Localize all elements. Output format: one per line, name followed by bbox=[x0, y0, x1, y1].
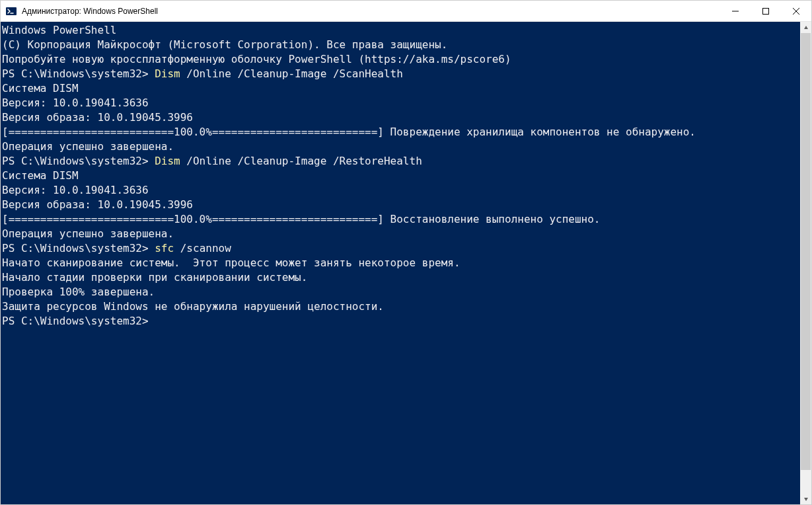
close-button[interactable] bbox=[781, 1, 811, 21]
output-line: Начало стадии проверки при сканировании … bbox=[2, 270, 799, 285]
prompt-line: PS C:\Windows\system32> sfc /scannow bbox=[2, 241, 799, 256]
prompt-line: PS C:\Windows\system32> Dism /Online /Cl… bbox=[2, 154, 799, 169]
output-line: Cистема DISM bbox=[2, 169, 799, 183]
titlebar-left: Администратор: Windows PowerShell bbox=[6, 6, 158, 17]
svg-rect-0 bbox=[6, 7, 17, 15]
prompt-line: PS C:\Windows\system32> Dism /Online /Cl… bbox=[2, 67, 799, 81]
output-line: Операция успешно завершена. bbox=[2, 227, 799, 241]
output-line: Версия образа: 10.0.19045.3996 bbox=[2, 110, 799, 125]
command-name: sfc bbox=[155, 242, 174, 254]
window-controls bbox=[720, 1, 811, 21]
command-args: /Online /Cleanup-Image /RestoreHealth bbox=[180, 155, 422, 167]
prompt-line: PS C:\Windows\system32> bbox=[2, 314, 799, 329]
powershell-icon bbox=[6, 6, 17, 17]
progress-line: [==========================100.0%=======… bbox=[2, 212, 799, 227]
output-line: Версия: 10.0.19041.3636 bbox=[2, 183, 799, 198]
svg-marker-6 bbox=[804, 26, 808, 29]
command-args: /scannow bbox=[174, 242, 231, 254]
terminal-area: Windows PowerShell(C) Корпорация Майкрос… bbox=[1, 22, 811, 504]
progress-line: [==========================100.0%=======… bbox=[2, 125, 799, 139]
prompt-prefix: PS C:\Windows\system32> bbox=[2, 242, 155, 254]
svg-marker-7 bbox=[804, 498, 808, 501]
scroll-up-arrow-icon[interactable] bbox=[800, 22, 811, 33]
vertical-scrollbar[interactable] bbox=[800, 22, 811, 504]
prompt-prefix: PS C:\Windows\system32> bbox=[2, 315, 149, 327]
output-line: Операция успешно завершена. bbox=[2, 139, 799, 154]
prompt-prefix: PS C:\Windows\system32> bbox=[2, 67, 155, 80]
output-line: Проверка 100% завершена. bbox=[2, 285, 799, 299]
prompt-prefix: PS C:\Windows\system32> bbox=[2, 155, 155, 167]
command-name: Dism bbox=[155, 67, 180, 80]
minimize-button[interactable] bbox=[720, 1, 751, 21]
scroll-down-arrow-icon[interactable] bbox=[800, 493, 811, 504]
output-line: Windows PowerShell bbox=[2, 23, 799, 38]
terminal-output[interactable]: Windows PowerShell(C) Корпорация Майкрос… bbox=[1, 22, 800, 504]
maximize-button[interactable] bbox=[751, 1, 781, 21]
command-name: Dism bbox=[155, 155, 180, 167]
scroll-track[interactable] bbox=[800, 33, 811, 493]
titlebar[interactable]: Администратор: Windows PowerShell bbox=[1, 1, 811, 22]
output-line: (C) Корпорация Майкрософт (Microsoft Cor… bbox=[2, 38, 799, 52]
output-line: Защита ресурсов Windows не обнаружила на… bbox=[2, 299, 799, 314]
scroll-thumb[interactable] bbox=[801, 33, 811, 470]
svg-rect-3 bbox=[763, 8, 769, 14]
output-line: Попробуйте новую кроссплатформенную обол… bbox=[2, 52, 799, 67]
output-line: Cистема DISM bbox=[2, 81, 799, 96]
output-line: Версия образа: 10.0.19045.3996 bbox=[2, 198, 799, 212]
window-title: Администратор: Windows PowerShell bbox=[22, 7, 158, 16]
output-line: Версия: 10.0.19041.3636 bbox=[2, 96, 799, 110]
command-args: /Online /Cleanup-Image /ScanHealth bbox=[180, 67, 403, 80]
output-line: Начато сканирование системы. Этот процес… bbox=[2, 256, 799, 270]
powershell-window: Администратор: Windows PowerShell Window… bbox=[0, 0, 812, 505]
